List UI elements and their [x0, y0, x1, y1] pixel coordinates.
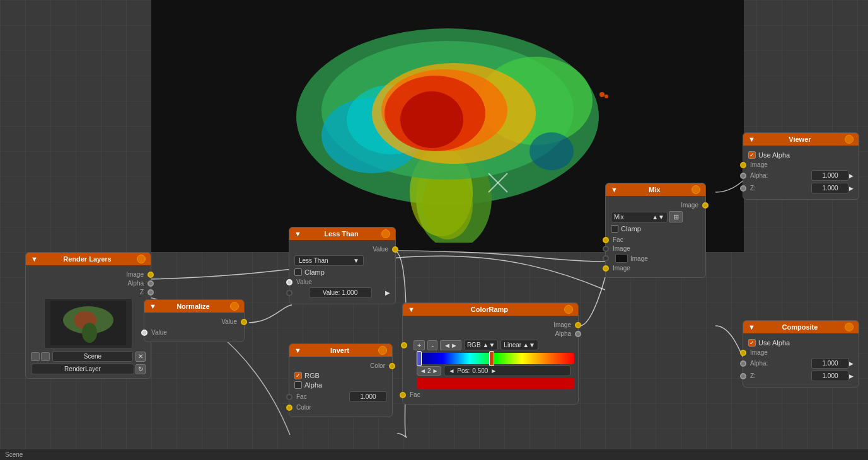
less-than-value-in-label: Value	[296, 279, 390, 285]
alpha-socket[interactable]	[148, 280, 154, 287]
invert-icon	[378, 346, 387, 355]
mix-image3-socket[interactable]	[603, 265, 609, 272]
composite-z-value[interactable]: 1.000	[811, 371, 849, 381]
cr-mode-value[interactable]: RGB ▲▼	[464, 340, 498, 350]
color-ramp-gradient[interactable]	[417, 353, 574, 364]
cr-pos-field[interactable]: ◄ Pos: 0.500 ►	[444, 365, 570, 376]
mix-image1-socket[interactable]	[603, 246, 609, 252]
composite-title: Composite	[782, 323, 818, 331]
render-layer-row: RenderLayer ↻	[31, 364, 146, 374]
normalize-value-out-row: Value	[149, 318, 239, 325]
cr-flip-btn[interactable]: ◄►	[440, 340, 461, 350]
composite-alpha-socket[interactable]	[740, 360, 746, 367]
cr-fac-input-socket[interactable]	[400, 392, 406, 398]
invert-color-in-socket[interactable]	[286, 405, 292, 411]
z-socket[interactable]	[148, 289, 154, 296]
composite-use-alpha-label: Use Alpha	[758, 339, 790, 347]
cr-stop-count[interactable]: ◄ 2 ►	[417, 366, 441, 376]
less-than-body: Value Less Than ▼ Clamp Value Value: 1.0…	[289, 240, 395, 304]
less-than-clamp-row: Clamp	[294, 268, 390, 276]
viewer-alpha-value[interactable]: 1.000	[811, 170, 849, 181]
value-out-socket[interactable]	[241, 319, 247, 325]
mix-clamp-checkbox[interactable]	[611, 225, 618, 233]
less-than-icon	[381, 229, 390, 238]
cr-pos-value: 0.500	[472, 367, 488, 374]
viewer-node: ▼ Viewer Use Alpha Image Alpha: 1.000 ▶ …	[743, 132, 859, 200]
value-in-socket[interactable]	[141, 330, 148, 336]
viewer-z-socket[interactable]	[740, 185, 746, 192]
less-than-clamp-checkbox[interactable]	[294, 268, 302, 276]
invert-fac-socket[interactable]	[286, 394, 292, 400]
render-layer-value[interactable]: RenderLayer	[31, 364, 134, 374]
scene-close-btn[interactable]: ✕	[136, 352, 146, 362]
mix-image2-socket[interactable]	[603, 255, 609, 262]
viewer-alpha-arrow: ▶	[849, 173, 854, 179]
viewer-image-socket[interactable]	[740, 162, 746, 168]
less-than-dropdown[interactable]: Less Than ▼	[294, 255, 364, 266]
viewer-use-alpha-checkbox[interactable]	[748, 151, 756, 159]
mix-image1-label: Image	[613, 245, 700, 252]
normalize-value-in-row: Value	[149, 329, 239, 336]
composite-z-socket[interactable]	[740, 373, 746, 379]
mix-mode-label: Mix	[614, 214, 624, 221]
invert-color-out-socket[interactable]	[389, 363, 395, 369]
less-than-value-in-socket[interactable]	[286, 279, 292, 285]
svg-point-12	[529, 132, 574, 170]
composite-node: ▼ Composite Use Alpha Image Alpha: 1.000…	[743, 320, 859, 388]
ramp-marker-left[interactable]	[417, 351, 422, 366]
viewer-icon	[845, 135, 854, 144]
render-layers-z-row: Z	[31, 289, 146, 296]
svg-point-11	[400, 91, 463, 148]
cr-image-socket[interactable]	[575, 322, 581, 328]
invert-rgb-row: RGB	[294, 372, 387, 379]
mix-body: Image Mix ▲▼ ⊞ Clamp Fac	[606, 196, 705, 277]
less-than-value-field[interactable]: Value: 1.000	[309, 287, 372, 298]
mix-fac-row: Fac	[611, 236, 700, 243]
cr-add-btn[interactable]: +	[414, 340, 425, 350]
cr-mode-dropdown[interactable]: RGB ▲▼	[464, 340, 498, 350]
cr-alpha-label: Alpha	[408, 330, 571, 337]
ramp-marker-right[interactable]	[489, 351, 494, 366]
svg-point-15	[599, 92, 605, 97]
cr-image-label: Image	[408, 321, 571, 328]
invert-alpha-checkbox[interactable]	[294, 381, 302, 389]
mix-mode-icon-btn[interactable]: ⊞	[669, 211, 683, 222]
mix-mode-value[interactable]: Mix ▲▼	[611, 212, 668, 222]
less-than-dropdown-row: Less Than ▼	[294, 255, 390, 266]
mix-mode-dropdown[interactable]: Mix ▲▼ ⊞	[611, 211, 700, 222]
mix-fac-socket[interactable]	[603, 237, 609, 243]
image-socket[interactable]	[148, 272, 154, 278]
cr-interp-dropdown[interactable]: Linear ▲▼	[501, 340, 538, 350]
less-than-hidden-socket	[286, 290, 292, 296]
cr-fac-socket[interactable]	[401, 342, 407, 348]
scene-value[interactable]: Scene	[52, 351, 133, 362]
composite-alpha-value[interactable]: 1.000	[811, 358, 849, 369]
viewer-alpha-socket[interactable]	[740, 173, 746, 179]
triangle-icon: ▼	[748, 135, 755, 143]
composite-use-alpha-checkbox[interactable]	[748, 339, 756, 347]
viewer-z-label: Z:	[750, 185, 811, 192]
svg-point-3	[422, 170, 473, 239]
cr-alpha-socket[interactable]	[575, 331, 581, 337]
mix-black-color[interactable]	[615, 254, 628, 263]
composite-alpha-label: Alpha:	[750, 360, 811, 367]
mix-image2-label: Image	[630, 255, 700, 262]
composite-alpha-row: Alpha: 1.000 ▶	[748, 358, 854, 369]
mix-image-out-socket[interactable]	[702, 202, 709, 209]
color-ramp-color-bar[interactable]	[417, 377, 574, 389]
invert-rgb-label: RGB	[304, 372, 320, 379]
color-ramp-alpha-row: Alpha	[408, 330, 573, 337]
invert-fac-value[interactable]: 1.000	[349, 391, 387, 402]
less-than-value-out-socket[interactable]	[392, 246, 398, 253]
viewer-z-value[interactable]: 1.000	[811, 183, 849, 193]
invert-header: ▼ Invert	[289, 344, 392, 357]
triangle-icon: ▼	[294, 230, 301, 238]
mix-icon	[692, 185, 700, 194]
color-ramp-title: ColorRamp	[471, 306, 508, 313]
composite-image-socket[interactable]	[740, 350, 746, 356]
cr-remove-btn[interactable]: -	[427, 340, 437, 350]
invert-alpha-row: Alpha	[294, 381, 387, 389]
invert-title: Invert	[330, 347, 349, 354]
render-layer-icon[interactable]: ↻	[136, 364, 146, 374]
invert-rgb-checkbox[interactable]	[294, 372, 302, 379]
